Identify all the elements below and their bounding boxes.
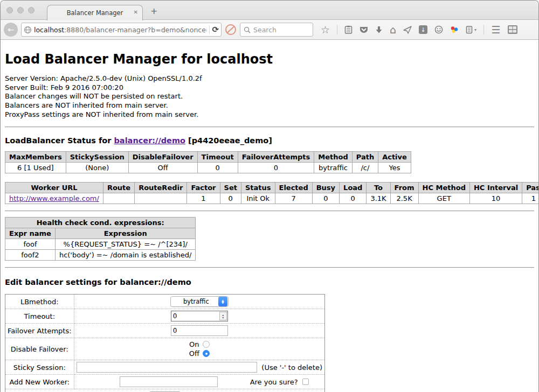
- col-routeredir: RouteRedir: [135, 183, 187, 193]
- zoom-window-button[interactable]: [28, 7, 34, 13]
- cell-timeout: 0: [197, 163, 238, 173]
- col-busy: Busy: [312, 183, 339, 193]
- cell-hc-interval: 10: [469, 193, 522, 204]
- radio-off-checked[interactable]: [203, 350, 210, 357]
- submit-cell: Submit: [5, 389, 325, 392]
- table-header-row: Expr name Expression: [5, 228, 196, 239]
- status-suffix: [p4420eeae_demo]: [185, 136, 272, 145]
- cell-route: [103, 193, 134, 204]
- tab-title: Balancer Manager: [67, 9, 123, 17]
- add-worker-input[interactable]: [120, 376, 218, 387]
- submit-row: Submit: [5, 389, 325, 392]
- timeout-input-value: 0: [171, 311, 219, 321]
- downloads-icon[interactable]: [375, 26, 383, 34]
- col-elected: Elected: [275, 183, 312, 193]
- cell-passes: 1 (0): [522, 193, 539, 204]
- table-header-row: Worker URL Route RouteRedir Factor Set S…: [5, 183, 539, 193]
- cell-expression: hc('body') =~ /domain is established/: [55, 250, 196, 261]
- add-worker-label: Add New Worker:: [5, 375, 74, 389]
- timeout-row: Timeout: 0 ▴▾: [5, 309, 325, 324]
- close-window-button[interactable]: [6, 7, 13, 13]
- back-arrow-icon: ←: [8, 25, 14, 34]
- url-text[interactable]: localhost:8880/balancer-manager?b=demo&n…: [34, 26, 207, 34]
- new-tab-button[interactable]: +: [150, 6, 157, 16]
- cell-worker-url: http://www.example.com/: [5, 193, 103, 204]
- search-placeholder: Search: [253, 26, 277, 34]
- search-bar[interactable]: Search: [240, 23, 313, 37]
- col-status: Status: [241, 183, 275, 193]
- sticky-session-label: Sticky Session:: [5, 360, 74, 375]
- col-route: Route: [103, 183, 134, 193]
- col-from: From: [390, 183, 418, 193]
- window-controls[interactable]: [6, 7, 34, 13]
- col-hc-interval: HC Interval: [469, 183, 522, 193]
- balancer-demo-link[interactable]: balancer://demo: [114, 136, 185, 145]
- cell-factor: 1: [187, 193, 220, 204]
- cell-elected: 7: [275, 193, 312, 204]
- lbmethod-select[interactable]: bytraffic ▲▼: [170, 296, 229, 307]
- worker-table: Worker URL Route RouteRedir Factor Set S…: [5, 182, 539, 204]
- menu-hamburger-icon[interactable]: ☰: [491, 25, 500, 35]
- col-set: Set: [220, 183, 241, 193]
- cell-status: Init Ok: [241, 193, 275, 204]
- balancer-summary-table: MaxMembers StickySession DisableFailover…: [5, 151, 411, 173]
- tab-balancer-manager[interactable]: Balancer Manager ✕: [47, 5, 143, 20]
- failover-off-option[interactable]: Off: [77, 349, 322, 358]
- timeout-input[interactable]: 0 ▴▾: [171, 311, 228, 321]
- are-you-sure-label: Are you sure?: [250, 378, 298, 386]
- col-worker-url: Worker URL: [5, 183, 103, 193]
- toolbar-icons: ☆ ⌂ ↓: [321, 25, 518, 35]
- colored-dots-extension-icon[interactable]: [450, 25, 459, 34]
- blocked-content-icon[interactable]: [225, 24, 237, 36]
- globe-icon: [24, 26, 32, 34]
- col-stickysession: StickySession: [66, 152, 128, 163]
- sidebar-grid-icon[interactable]: [507, 25, 518, 34]
- tab-close-icon[interactable]: ✕: [134, 9, 138, 15]
- page-title: Load Balancer Manager for localhost: [5, 52, 534, 67]
- col-disablefailover: DisableFailover: [128, 152, 197, 163]
- col-expression: Expression: [55, 228, 196, 239]
- lbmethod-row: LBmethod: bytraffic ▲▼: [5, 295, 325, 309]
- cell-set: 0: [220, 193, 241, 204]
- home-icon[interactable]: ⌂: [390, 25, 396, 35]
- are-you-sure-checkbox[interactable]: [302, 379, 309, 385]
- failover-attempts-label: Failover Attempts:: [5, 324, 74, 338]
- clipboard-icon[interactable]: [344, 25, 353, 34]
- cell-to: 3.1K: [367, 193, 390, 204]
- off-label: Off: [189, 349, 199, 358]
- col-load: Load: [340, 183, 367, 193]
- expr-row: foof2 hc('body') =~ /domain is establish…: [5, 250, 196, 261]
- number-spinner-icon[interactable]: ▴▾: [219, 312, 227, 320]
- section-divider: [5, 267, 534, 268]
- cell-busy: 0: [312, 193, 339, 204]
- urlbar-divider: [209, 25, 210, 34]
- worker-url-link[interactable]: http://www.example.com/: [9, 194, 99, 202]
- sticky-session-row: Sticky Session: (Use '-' to delete): [5, 360, 325, 375]
- cell-expr-name: foof2: [5, 250, 56, 261]
- minimize-window-button[interactable]: [17, 7, 24, 13]
- select-stepper-icon: ▲▼: [218, 297, 227, 306]
- cell-routeredir: [135, 193, 187, 204]
- feedback-smiley-icon[interactable]: [434, 25, 443, 34]
- disable-failover-label: Disable Failover:: [5, 338, 74, 360]
- pocket-icon[interactable]: [360, 26, 368, 34]
- sticky-session-input[interactable]: [77, 362, 258, 373]
- bookmark-star-icon[interactable]: ☆: [321, 25, 330, 35]
- container-tabs-icon[interactable]: ▾: [466, 25, 476, 34]
- back-button[interactable]: ←: [4, 23, 18, 37]
- reload-icon[interactable]: ⟳: [212, 25, 219, 34]
- url-bar[interactable]: localhost:8880/balancer-manager?b=demo&n…: [21, 23, 222, 37]
- send-tab-icon[interactable]: [403, 26, 412, 34]
- cell-path: /c/: [352, 163, 378, 173]
- failover-on-option[interactable]: On: [77, 340, 322, 349]
- add-worker-row: Add New Worker: Are you sure?: [5, 375, 325, 389]
- disable-failover-cell: On Off: [74, 338, 324, 360]
- failover-attempts-input[interactable]: 0: [171, 325, 228, 336]
- cell-from: 2.5K: [390, 193, 418, 204]
- save-to-device-icon[interactable]: ↓: [419, 25, 427, 34]
- toolbar-divider-2: [483, 25, 484, 34]
- lbmethod-label: LBmethod:: [5, 295, 74, 309]
- chevron-down-icon: ▾: [474, 27, 476, 32]
- radio-on-unchecked[interactable]: [203, 341, 210, 348]
- col-active: Active: [378, 152, 411, 163]
